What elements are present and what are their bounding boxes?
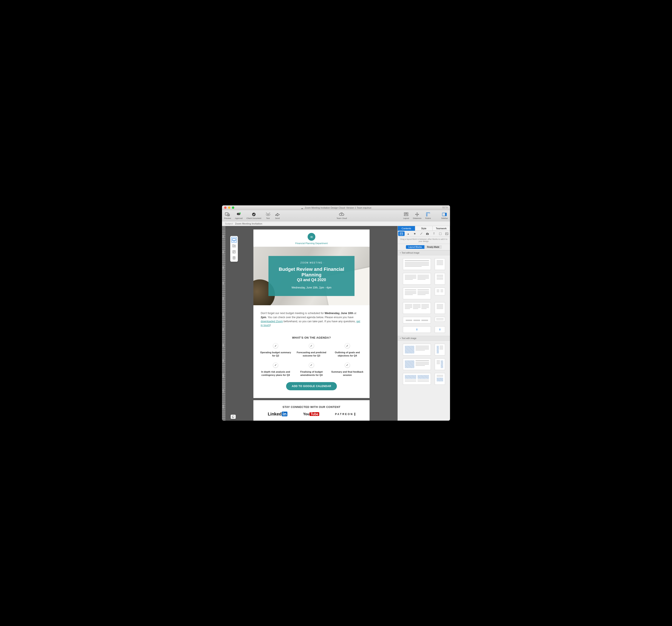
svg-rect-39 bbox=[427, 233, 428, 233]
page-preview-button[interactable] bbox=[231, 255, 237, 261]
image-icon[interactable] bbox=[443, 231, 450, 237]
layout-block[interactable] bbox=[435, 273, 445, 284]
linkedin-logo[interactable]: Linkedin bbox=[268, 412, 287, 417]
window-title: Zoom Meeting Invitation Design Cloud: Ve… bbox=[305, 206, 371, 209]
layout-button[interactable]: Layout bbox=[403, 212, 409, 219]
agenda-item: ✓Finalising of budget amendments for Q4 bbox=[295, 363, 328, 377]
approval-icon: ✓ bbox=[236, 212, 242, 217]
section-text-without-image[interactable]: Text without image bbox=[398, 250, 450, 255]
svg-point-12 bbox=[268, 214, 268, 215]
svg-point-7 bbox=[239, 214, 240, 214]
section-text-with-image[interactable]: Text with image bbox=[398, 336, 450, 341]
youtube-logo[interactable]: YouTube bbox=[303, 412, 319, 416]
canvas[interactable]: cc Financial Planning Department · ZOOM … bbox=[225, 230, 398, 421]
hero-eyebrow: · ZOOM MEETING · bbox=[277, 261, 346, 264]
camera-icon[interactable] bbox=[425, 231, 431, 237]
seg-layout-blocks[interactable]: Layout Blocks bbox=[406, 245, 425, 249]
team-cloud-button[interactable]: Team Cloud bbox=[336, 212, 347, 219]
layout-block[interactable] bbox=[435, 287, 445, 295]
cta-button[interactable]: ADD TO GOOGLE CALENDAR bbox=[286, 382, 337, 390]
text-tool-icon[interactable]: T bbox=[431, 231, 437, 237]
svg-rect-41 bbox=[446, 233, 448, 235]
layout-icon bbox=[403, 212, 409, 217]
layout-block[interactable] bbox=[403, 287, 431, 299]
wand-icon[interactable] bbox=[418, 231, 425, 237]
layout-block[interactable] bbox=[403, 317, 431, 323]
layout-block[interactable] bbox=[435, 358, 445, 370]
patreon-logo[interactable]: PATREON bbox=[335, 413, 355, 416]
layout-block[interactable] bbox=[435, 258, 445, 270]
heading-icon[interactable]: ▲ bbox=[405, 231, 411, 237]
layout-block[interactable] bbox=[403, 373, 431, 385]
layout-block[interactable] bbox=[403, 258, 431, 270]
check-icon bbox=[251, 212, 257, 217]
toolbar: Preview ✓ Approval Check Document Test S… bbox=[222, 210, 450, 221]
check-document-button[interactable]: Check Document bbox=[246, 212, 261, 219]
text-preview-button[interactable] bbox=[231, 249, 237, 255]
sidebar-icon bbox=[441, 212, 447, 217]
ruler-corner bbox=[222, 226, 225, 230]
check-icon: ✓ bbox=[345, 363, 350, 368]
check-icon: ✓ bbox=[309, 343, 314, 348]
send-button[interactable]: Send bbox=[275, 212, 280, 219]
beta-badge: BETA bbox=[442, 206, 448, 209]
layout-block[interactable] bbox=[435, 302, 445, 314]
svg-point-10 bbox=[252, 213, 256, 216]
layout-blocks-icon[interactable] bbox=[398, 231, 405, 236]
sidebar-button[interactable]: Sidebar bbox=[441, 212, 448, 219]
pages-button[interactable] bbox=[231, 415, 236, 419]
distances-button[interactable]: Distances bbox=[413, 212, 422, 219]
svg-rect-40 bbox=[439, 233, 441, 235]
stay-connected-heading: STAY CONNECTED WITH OUR CONTENT bbox=[254, 400, 369, 412]
layout-block[interactable] bbox=[403, 344, 431, 355]
minimize-icon[interactable] bbox=[228, 206, 231, 209]
selection-icon[interactable] bbox=[437, 231, 443, 237]
agenda-heading: WHAT'S ON THE AGENDA? bbox=[254, 330, 369, 343]
layout-block[interactable] bbox=[403, 358, 431, 370]
app-window: Zoom Meeting Invitation Design Cloud: Ve… bbox=[222, 205, 450, 421]
desktop-preview-button[interactable] bbox=[231, 237, 237, 242]
svg-rect-13 bbox=[404, 213, 406, 214]
agenda-item: ✓Forecasting and predicted outcome for Q… bbox=[295, 343, 328, 357]
hero-block[interactable]: · ZOOM MEETING · Budget Review and Finan… bbox=[254, 247, 369, 305]
close-icon[interactable] bbox=[224, 206, 226, 209]
sidebar: Contents Style Teamwork ▲ ✸ T Drag a lay… bbox=[398, 226, 450, 421]
layout-block-spacer[interactable]: ⇕ bbox=[435, 326, 445, 333]
svg-rect-33 bbox=[233, 416, 234, 417]
rulers-button[interactable]: Rulers bbox=[425, 212, 431, 219]
seg-ready-made[interactable]: Ready-Made bbox=[425, 245, 442, 249]
check-icon: ✓ bbox=[273, 363, 278, 368]
tab-teamwork[interactable]: Teamwork bbox=[433, 226, 450, 231]
tab-contents[interactable]: Contents bbox=[398, 226, 415, 231]
sidebar-hint: Drag a layout block in-between other blo… bbox=[398, 237, 450, 244]
svg-rect-20 bbox=[232, 238, 236, 241]
layout-block[interactable] bbox=[435, 344, 445, 355]
check-icon: ✓ bbox=[345, 343, 350, 348]
zoom-icon[interactable] bbox=[232, 206, 234, 209]
tab-style[interactable]: Style bbox=[415, 226, 433, 231]
mobile-preview-button[interactable] bbox=[231, 243, 237, 249]
test-icon bbox=[265, 212, 271, 217]
layout-block[interactable] bbox=[435, 373, 445, 385]
body-text-block[interactable]: Don't forget our next budget meeting is … bbox=[254, 305, 369, 330]
svg-rect-14 bbox=[406, 213, 408, 214]
titlebar: Zoom Meeting Invitation Design Cloud: Ve… bbox=[222, 205, 450, 210]
layout-block-spacer[interactable]: ⇕ bbox=[403, 326, 431, 333]
subject-value[interactable]: Zoom Meeting Invitation bbox=[235, 223, 262, 225]
ruler-vertical[interactable]: 100200300400500600700800900100011001200 bbox=[222, 230, 225, 421]
email-header: cc Financial Planning Department bbox=[254, 230, 369, 247]
preview-button[interactable]: Preview bbox=[224, 212, 231, 219]
gear-icon[interactable]: ✸ bbox=[411, 231, 418, 237]
approval-button[interactable]: ✓ Approval bbox=[235, 212, 243, 219]
email-page[interactable]: cc Financial Planning Department · ZOOM … bbox=[254, 230, 369, 421]
layout-block[interactable] bbox=[403, 273, 431, 284]
agenda-item: ✓Outlining of goals and objectives for Q… bbox=[331, 343, 364, 357]
download-zoom-link[interactable]: downloaded Zoom bbox=[261, 320, 283, 323]
check-icon: ✓ bbox=[309, 363, 314, 368]
layout-block[interactable] bbox=[403, 302, 431, 314]
svg-line-36 bbox=[420, 233, 422, 235]
test-button[interactable]: Test bbox=[265, 212, 271, 219]
agenda-grid: ✓Operating budget summary for Q2✓Forecas… bbox=[254, 343, 369, 382]
layout-block[interactable] bbox=[435, 317, 445, 322]
logo-icon: cc bbox=[308, 233, 315, 241]
